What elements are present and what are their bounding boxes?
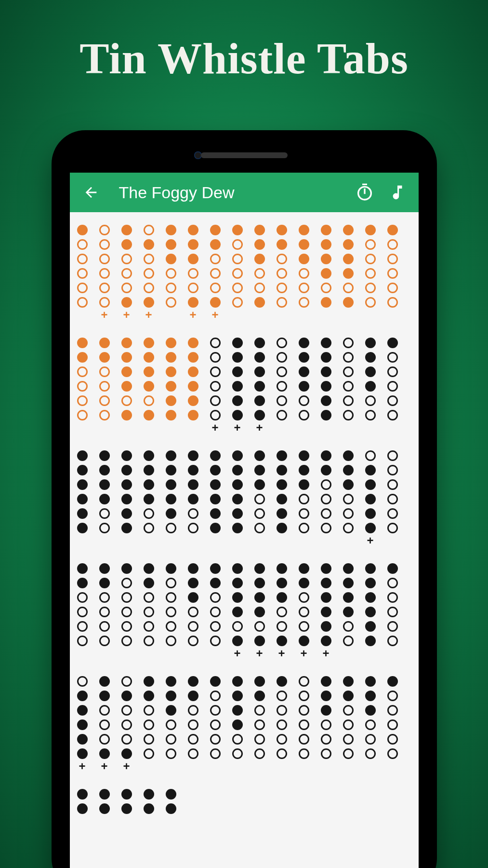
phone-frame: The Foggy Dew ++++++++++++++++++++++++++… xyxy=(52,130,437,868)
hole-open-icon xyxy=(121,395,132,406)
note-column: + xyxy=(232,676,243,772)
hole-filled-icon xyxy=(365,621,376,632)
hole-filled-icon xyxy=(144,297,154,308)
hole-filled-icon xyxy=(299,225,309,235)
note-column: + xyxy=(298,225,310,320)
hole-filled-icon xyxy=(365,523,376,533)
hole-open-icon xyxy=(277,719,287,730)
octave-plus-icon: + xyxy=(121,312,132,320)
hole-open-icon xyxy=(166,719,176,730)
tab-row xyxy=(77,789,412,814)
hole-filled-icon xyxy=(166,450,176,461)
hole-filled-icon xyxy=(232,719,243,730)
hole-open-icon xyxy=(188,719,198,730)
tab-row: +++++++++++++++ xyxy=(77,450,412,546)
note-column: + xyxy=(77,225,88,320)
hole-open-icon xyxy=(210,621,221,632)
hole-filled-icon xyxy=(321,225,331,235)
hole-filled-icon xyxy=(254,297,265,308)
hole-filled-icon xyxy=(77,803,88,814)
hole-open-icon xyxy=(77,297,88,308)
hole-filled-icon xyxy=(387,338,398,348)
hole-filled-icon xyxy=(121,803,132,814)
hole-open-icon xyxy=(343,636,354,646)
hole-filled-icon xyxy=(77,789,88,800)
note-column: + xyxy=(276,338,288,433)
back-button[interactable] xyxy=(79,181,103,204)
hole-filled-icon xyxy=(188,338,198,348)
hole-filled-icon xyxy=(254,450,265,461)
hole-filled-icon xyxy=(188,479,198,490)
note-column: + xyxy=(298,338,310,433)
tuning-note-button[interactable] xyxy=(386,181,409,204)
hole-filled-icon xyxy=(121,338,132,348)
octave-plus-icon: + xyxy=(321,650,331,659)
hole-filled-icon xyxy=(210,523,221,533)
hole-open-icon xyxy=(299,268,309,279)
hole-open-icon xyxy=(99,283,110,293)
hole-filled-icon xyxy=(321,705,331,716)
hole-filled-icon xyxy=(210,450,221,461)
hole-filled-icon xyxy=(277,494,287,504)
hole-filled-icon xyxy=(299,636,309,646)
hole-filled-icon xyxy=(321,254,331,264)
hole-open-icon xyxy=(210,691,221,701)
hole-filled-icon xyxy=(321,297,331,308)
note-column: + xyxy=(365,563,376,659)
hole-filled-icon xyxy=(232,352,243,363)
hole-filled-icon xyxy=(254,381,265,392)
note-column xyxy=(77,789,88,814)
octave-plus-icon: + xyxy=(299,650,309,659)
hole-filled-icon xyxy=(99,578,110,588)
hole-filled-icon xyxy=(121,297,132,308)
hole-filled-icon xyxy=(121,748,132,759)
note-column: + xyxy=(210,338,221,433)
note-column: + xyxy=(343,338,354,433)
note-column: + xyxy=(165,563,177,659)
app-screen: The Foggy Dew ++++++++++++++++++++++++++… xyxy=(70,173,419,868)
hole-filled-icon xyxy=(321,578,331,588)
note-column: + xyxy=(343,450,354,546)
note-column: + xyxy=(276,563,288,659)
hole-open-icon xyxy=(99,734,110,745)
hole-open-icon xyxy=(387,621,398,632)
hole-filled-icon xyxy=(77,225,88,235)
hole-filled-icon xyxy=(343,607,354,617)
note-column: + xyxy=(276,225,288,320)
hole-open-icon xyxy=(343,494,354,504)
hole-filled-icon xyxy=(299,366,309,377)
hole-filled-icon xyxy=(121,508,132,519)
hole-open-icon xyxy=(387,494,398,504)
note-column: + xyxy=(232,225,243,320)
hole-filled-icon xyxy=(254,578,265,588)
hole-open-icon xyxy=(254,268,265,279)
tabs-sheet[interactable]: ++++++++++++++++++++++++++++++++++++++++… xyxy=(70,212,419,814)
hole-filled-icon xyxy=(254,352,265,363)
hole-open-icon xyxy=(77,254,88,264)
hole-open-icon xyxy=(77,268,88,279)
note-column: + xyxy=(365,676,376,772)
hole-filled-icon xyxy=(77,705,88,716)
hole-open-icon xyxy=(144,621,154,632)
hole-filled-icon xyxy=(166,691,176,701)
hole-filled-icon xyxy=(99,563,110,574)
hole-open-icon xyxy=(99,297,110,308)
hole-open-icon xyxy=(277,366,287,377)
hole-filled-icon xyxy=(254,395,265,406)
hole-open-icon xyxy=(365,719,376,730)
hole-open-icon xyxy=(365,410,376,420)
note-column: + xyxy=(143,676,155,772)
note-column: + xyxy=(232,338,243,433)
note-column: + xyxy=(232,563,243,659)
hole-open-icon xyxy=(144,636,154,646)
octave-plus-icon: + xyxy=(365,537,376,546)
hole-open-icon xyxy=(387,239,398,250)
hole-filled-icon xyxy=(254,636,265,646)
metronome-button[interactable] xyxy=(353,181,376,204)
hole-open-icon xyxy=(99,719,110,730)
hole-open-icon xyxy=(387,450,398,461)
hole-open-icon xyxy=(99,268,110,279)
hole-open-icon xyxy=(365,268,376,279)
hole-open-icon xyxy=(99,607,110,617)
note-column: + xyxy=(165,225,177,320)
